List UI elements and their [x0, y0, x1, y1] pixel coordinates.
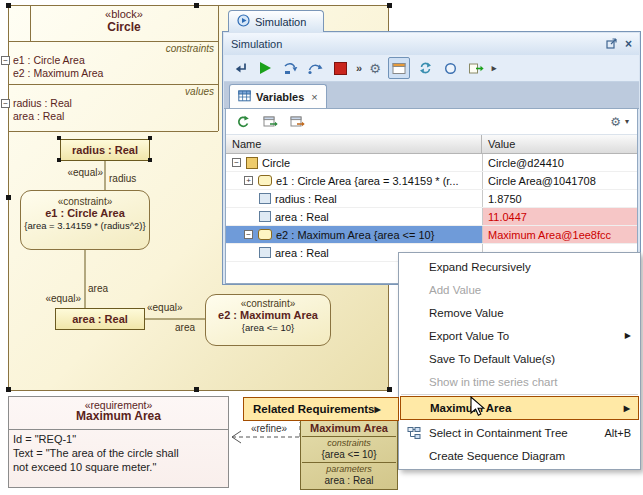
- tab-variables[interactable]: Variables ×: [229, 84, 327, 108]
- column-header-name[interactable]: Name: [226, 135, 482, 153]
- constraint-property-icon: [258, 175, 272, 186]
- table-row-e2-selected[interactable]: −e2 : Maximum Area {area <= 10} Maximum …: [226, 226, 637, 244]
- compartment-collapse-icon[interactable]: −: [1, 56, 10, 65]
- value-property-icon: [259, 193, 271, 204]
- constraints-compartment-label: constraints: [60, 43, 214, 55]
- selection-handle[interactable]: [148, 158, 152, 162]
- requirement-id: Id = "REQ-1": [13, 433, 76, 446]
- application-canvas: «block» Circle constraints − e1 : Circle…: [0, 0, 643, 495]
- expand-expander-icon[interactable]: +: [244, 176, 253, 185]
- table-row-area[interactable]: area : Real 11.0447: [226, 208, 637, 226]
- collapse-expander-icon[interactable]: −: [232, 158, 241, 167]
- tab-simulation-label: Simulation: [255, 16, 306, 28]
- menu-item-create-sequence-diagram[interactable]: Create Sequence Diagram: [399, 444, 640, 467]
- selection-handle[interactable]: [6, 195, 11, 200]
- block-stereotype: «block»: [30, 8, 218, 21]
- area-pin-label-1: area: [88, 283, 108, 295]
- simulation-title: Simulation: [231, 38, 282, 50]
- e1-expression: {area = 3.14159 * (radius^2)}: [21, 220, 149, 231]
- selection-handle[interactable]: [57, 158, 61, 162]
- table-header: Name Value: [226, 135, 637, 154]
- terminate-icon[interactable]: [331, 59, 349, 77]
- e1-stereotype: «constraint»: [21, 196, 149, 207]
- compartment-line: [9, 84, 218, 85]
- auto-run-loop-icon[interactable]: [417, 59, 435, 77]
- value-item-radius[interactable]: radius : Real: [13, 97, 72, 109]
- constraints-compartment-label: constraints: [301, 438, 397, 448]
- close-icon[interactable]: ×: [625, 37, 632, 51]
- collapse-expander-icon[interactable]: −: [244, 230, 253, 239]
- pane-options-gear-icon[interactable]: ⚙: [610, 115, 621, 129]
- table-row-e1[interactable]: +e1 : Circle Area {area = 3.14159 * (r..…: [226, 172, 637, 190]
- menu-item-related-requirements[interactable]: Related Requirements▶: [243, 397, 399, 421]
- export-results-icon[interactable]: [467, 59, 485, 77]
- compartment-collapse-icon[interactable]: −: [1, 99, 10, 108]
- run-icon[interactable]: [256, 59, 274, 77]
- refresh-icon[interactable]: [234, 113, 252, 131]
- menu-item-add-value: Add Value: [399, 278, 640, 301]
- settings-gear-icon[interactable]: ⚙: [369, 61, 381, 76]
- requirement-separator: [9, 429, 228, 430]
- value-property-icon: [259, 247, 271, 258]
- simulation-tabstrip: Variables ×: [224, 82, 639, 109]
- equal-label-3: «equal»: [147, 302, 183, 314]
- animation-toggle-button[interactable]: [388, 57, 410, 79]
- values-compartment-label: values: [60, 86, 214, 98]
- table-row-circle[interactable]: −Circle Circle@d24410: [226, 154, 637, 172]
- value-property-icon: [259, 211, 271, 222]
- selection-handle[interactable]: [148, 136, 152, 140]
- compartment-line: [9, 41, 218, 42]
- simulation-window: Simulation Simulation × » ⚙ ▸: [222, 10, 641, 285]
- equal-label-1: «equal»: [58, 167, 103, 179]
- toolbar-more-icon[interactable]: ▸: [492, 63, 497, 73]
- close-tab-icon[interactable]: ×: [311, 91, 317, 103]
- violated-value-cell: Maximum Area@1ee8fcc: [482, 226, 637, 243]
- parameter-item: area : Real: [301, 475, 397, 487]
- menu-item-expand-recursively[interactable]: Expand Recursively: [399, 255, 640, 278]
- step-into-icon[interactable]: [281, 59, 299, 77]
- equal-label-2: «equal»: [34, 293, 81, 305]
- simulation-titlebar: Simulation ×: [224, 33, 639, 55]
- constraint-item-e1[interactable]: e1 : Circle Area: [13, 54, 85, 66]
- simulation-toolbar: » ⚙ ▸: [224, 55, 639, 82]
- e2-expression: {area <= 10}: [206, 322, 330, 333]
- e1-name: e1 : Circle Area: [21, 207, 149, 219]
- breakpoint-circle-icon[interactable]: [442, 59, 460, 77]
- area-part-box[interactable]: area : Real: [55, 308, 145, 330]
- simulation-icon: [237, 14, 250, 29]
- selection-handle[interactable]: [194, 3, 199, 8]
- e1-constraint-box[interactable]: «constraint» e1 : Circle Area {area = 3.…: [20, 190, 150, 250]
- tab-variables-label: Variables: [256, 91, 304, 103]
- options-caret-icon[interactable]: ▾: [625, 117, 629, 126]
- selection-handle[interactable]: [194, 387, 199, 392]
- submenu-item-maximum-area[interactable]: Maximum Area▶: [400, 396, 639, 420]
- menu-item-show-in-time-series-chart: Show in time series chart: [399, 370, 640, 393]
- value-item-area[interactable]: area : Real: [13, 110, 64, 122]
- menu-item-save-to-default-values[interactable]: Save To Default Value(s): [399, 347, 640, 370]
- tab-simulation[interactable]: Simulation: [228, 10, 324, 32]
- block-name: Circle: [30, 21, 218, 35]
- constraint-property-icon: [258, 229, 272, 240]
- table-row-radius[interactable]: radius : Real 1.8750: [226, 190, 637, 208]
- export-csv-icon[interactable]: [288, 113, 306, 131]
- selection-handle[interactable]: [387, 387, 392, 392]
- selection-handle[interactable]: [387, 3, 392, 8]
- export-table-icon[interactable]: [261, 113, 279, 131]
- e2-constraint-box[interactable]: «constraint» e2 : Maximum Area {area <= …: [205, 294, 331, 346]
- menu-item-select-in-containment-tree[interactable]: Select in Containment TreeAlt+B: [399, 421, 640, 444]
- selection-handle[interactable]: [6, 387, 11, 392]
- float-window-icon[interactable]: [606, 38, 618, 51]
- reset-icon[interactable]: [231, 59, 249, 77]
- step-over-icon[interactable]: [306, 59, 324, 77]
- toolbar-overflow-icon[interactable]: »: [356, 62, 362, 74]
- menu-item-remove-value[interactable]: Remove Value: [399, 301, 640, 324]
- radius-pin-label: radius: [109, 173, 136, 185]
- radius-part-box[interactable]: radius : Real: [60, 139, 150, 161]
- column-header-value[interactable]: Value: [482, 135, 515, 153]
- constraint-expression: {area <= 10}: [301, 449, 397, 461]
- selection-handle[interactable]: [6, 3, 11, 8]
- constraint-item-e2[interactable]: e2 : Maximum Area: [13, 67, 103, 79]
- menu-item-export-value-to[interactable]: Export Value To▶: [399, 324, 640, 347]
- selection-handle[interactable]: [57, 136, 61, 140]
- variables-table-icon: [238, 90, 251, 104]
